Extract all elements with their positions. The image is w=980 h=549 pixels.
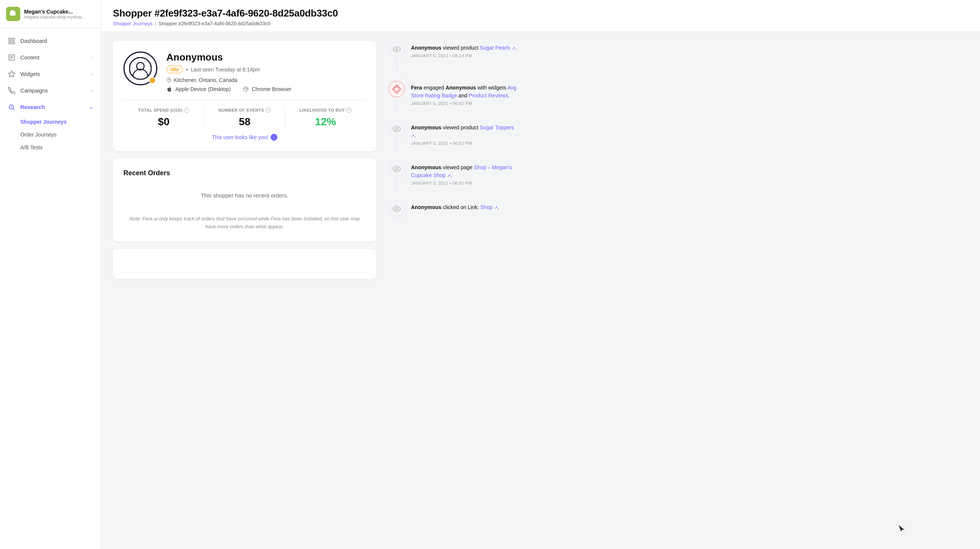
shopper-info: Anonymous Idle • Last seen Tuesday at 8:…: [166, 51, 366, 92]
event-5-icon-wrap: [388, 200, 405, 217]
timeline: Anonymous viewed product Sugar Pearls ↗.…: [388, 41, 519, 227]
dashboard-icon: [8, 37, 16, 45]
avatar-badge: [149, 77, 156, 84]
event-1-date: JANUARY 5, 2021 • 08:14 PM: [411, 53, 519, 58]
page-title: Shopper #2fe9f323-e3a7-4af6-9620-8d25a0d…: [113, 8, 968, 19]
event-5-actor: Anonymous: [411, 204, 441, 210]
sidebar-logo[interactable]: Megan's Cupcake... megans-cupcake-shop.m…: [0, 0, 100, 28]
svg-point-9: [168, 79, 170, 81]
event-1-actor: Anonymous: [411, 45, 441, 51]
dashboard-label: Dashboard: [20, 38, 47, 44]
eye-icon: [393, 45, 401, 53]
last-seen: •: [186, 67, 188, 73]
sidebar: Megan's Cupcake... megans-cupcake-shop.m…: [0, 0, 101, 549]
main-content: Shopper #2fe9f323-e3a7-4af6-9620-8d25a0d…: [101, 0, 980, 549]
sidebar-item-content[interactable]: Content ›: [0, 49, 100, 66]
event-1-text: Anonymous viewed product Sugar Pearls ↗.: [411, 44, 519, 52]
content-area: Anonymous Idle • Last seen Tuesday at 8:…: [101, 32, 980, 549]
research-subnav: Shopper Journeys Order Journeys A/B Test…: [0, 116, 100, 154]
breadcrumb-current: Shopper #2fe9f323-e3a7-4af6-9620-8d25a0d…: [158, 21, 270, 26]
looks-like-you-icon: i: [270, 134, 277, 141]
right-panel: Anonymous viewed product Sugar Pearls ↗.…: [376, 41, 519, 540]
event-2-target: Anonymous: [445, 85, 476, 90]
spend-label: TOTAL SPEND (USD) i: [129, 108, 198, 113]
svg-rect-1: [13, 38, 15, 41]
event-3-icon-wrap: [388, 121, 405, 137]
shopify-icon: [6, 7, 20, 21]
looks-like-you-text: This user looks like you!: [212, 134, 268, 140]
fera-icon: [391, 84, 402, 94]
event-2-date: JANUARY 5, 2021 • 06:02 PM: [411, 101, 519, 106]
event-2-text: Fera engaged Anonymous with widgets Avg …: [411, 84, 519, 100]
svg-point-11: [396, 48, 398, 51]
campaigns-chevron: ›: [91, 88, 93, 93]
event-5-text: Anonymous clicked on Link: Shop ↗.: [411, 203, 519, 211]
eye-icon-2: [393, 125, 401, 133]
breadcrumb-parent[interactable]: Shopper Journeys: [113, 21, 153, 26]
avatar-wrap: [123, 51, 158, 86]
sidebar-item-shopper-journeys[interactable]: Shopper Journeys: [20, 116, 100, 128]
store-url: megans-cupcake-shop.myshop...: [24, 15, 85, 19]
event-3-date: JANUARY 5, 2021 • 06:02 PM: [411, 141, 519, 146]
sidebar-item-research[interactable]: Research ⌄: [0, 99, 100, 116]
events-label: NUMBER OF EVENTS i: [210, 108, 279, 113]
campaigns-icon: [8, 86, 16, 95]
location-icon: [166, 78, 172, 83]
sidebar-item-ab-tests[interactable]: A/B Tests: [20, 141, 100, 154]
widgets-label: Widgets: [20, 71, 40, 77]
svg-rect-2: [9, 42, 11, 44]
event-1-content: Anonymous viewed product Sugar Pearls ↗.…: [411, 41, 519, 70]
last-seen-text: Last seen Tuesday at 8:14pm: [191, 67, 260, 73]
shopper-profile: Anonymous Idle • Last seen Tuesday at 8:…: [123, 51, 366, 92]
spend-info-icon[interactable]: i: [184, 108, 189, 113]
event-4-icon-wrap: [388, 160, 405, 177]
event-1-product-link[interactable]: Sugar Pearls ↗: [480, 45, 515, 51]
timeline-event-2: Fera engaged Anonymous with widgets Avg …: [388, 81, 519, 110]
stat-events: NUMBER OF EVENTS i 58: [204, 108, 285, 128]
content-chevron: ›: [91, 55, 93, 60]
event-4-text: Anonymous viewed page Shop – Megan's Cup…: [411, 163, 519, 179]
shopper-name: Anonymous: [166, 51, 366, 63]
svg-marker-13: [394, 86, 399, 92]
device-text: Apple Device (Desktop): [175, 86, 231, 92]
event-5-link[interactable]: Shop ↗: [480, 204, 498, 210]
recent-orders-card: Recent Orders This shopper has no recent…: [113, 159, 376, 241]
stat-spend: TOTAL SPEND (USD) i $0: [123, 108, 204, 128]
likelihood-label: LIKELIHOOD TO BUY i: [291, 108, 360, 113]
research-label: Research: [20, 104, 45, 110]
event-2-content: Fera engaged Anonymous with widgets Avg …: [411, 81, 519, 110]
event-2-actor: Fera: [411, 85, 422, 90]
likelihood-info-icon[interactable]: i: [346, 108, 352, 113]
research-icon: [8, 103, 16, 111]
event-2-widget-2-link[interactable]: Product Reviews: [469, 92, 508, 98]
event-1-icon-wrap: [388, 41, 405, 57]
sidebar-item-campaigns[interactable]: Campaigns ›: [0, 83, 100, 99]
status-badge: Idle: [166, 65, 183, 73]
content-label: Content: [20, 54, 40, 60]
content-icon: [8, 53, 16, 62]
sidebar-item-order-journeys[interactable]: Order Journeys: [20, 128, 100, 141]
location-text: Kitchener, Ontario, Canada: [174, 77, 237, 83]
svg-marker-12: [393, 85, 401, 93]
shopper-profile-card: Anonymous Idle • Last seen Tuesday at 8:…: [113, 41, 376, 151]
timeline-event-5: Anonymous clicked on Link: Shop ↗.: [388, 200, 519, 217]
additional-card: [113, 249, 376, 279]
event-5-content: Anonymous clicked on Link: Shop ↗.: [411, 200, 519, 217]
events-info-icon[interactable]: i: [266, 108, 271, 113]
event-2-icon-wrap: [388, 81, 405, 97]
svg-rect-3: [13, 42, 15, 44]
timeline-event-1: Anonymous viewed product Sugar Pearls ↗.…: [388, 41, 519, 70]
campaigns-label: Campaigns: [20, 87, 48, 94]
breadcrumb: Shopper Journeys / Shopper #2fe9f323-e3a…: [113, 21, 968, 26]
svg-point-16: [396, 128, 398, 130]
empty-orders-message: This shopper has no recent orders.: [123, 185, 366, 206]
event-3-content: Anonymous viewed product Sugar Toppers ↗…: [411, 121, 519, 150]
sidebar-item-widgets[interactable]: Widgets ›: [0, 66, 100, 83]
left-panel: Anonymous Idle • Last seen Tuesday at 8:…: [113, 41, 376, 540]
event-4-date: JANUARY 5, 2021 • 06:02 PM: [411, 181, 519, 186]
svg-point-18: [396, 208, 398, 210]
svg-rect-0: [9, 38, 11, 41]
widgets-chevron: ›: [91, 71, 93, 77]
sidebar-item-dashboard[interactable]: Dashboard: [0, 33, 100, 49]
event-4-actor: Anonymous: [411, 164, 441, 170]
